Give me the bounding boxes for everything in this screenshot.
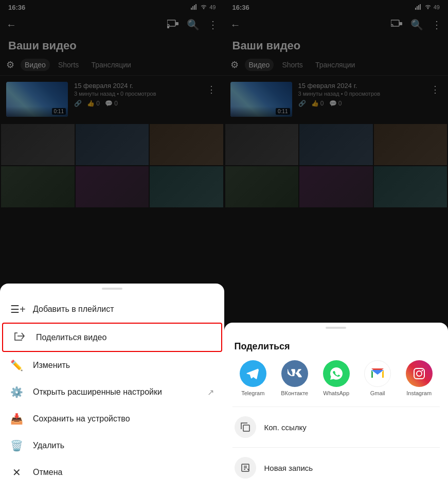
- menu-item-save[interactable]: 📥 Сохранить на устройство: [0, 405, 224, 432]
- svg-point-17: [421, 370, 423, 372]
- settings-icon: ⚙️: [10, 386, 23, 398]
- playlist-icon: ☰+: [10, 303, 23, 315]
- share-divider-2: [232, 447, 440, 448]
- share-sheet-handle: [326, 327, 346, 329]
- share-action-note[interactable]: Новая запись: [224, 450, 449, 486]
- bottom-sheet-left: ☰+ Добавить в плейлист Поделиться видео …: [0, 284, 224, 494]
- delete-icon: 🗑️: [10, 439, 23, 452]
- svg-rect-18: [243, 425, 249, 431]
- whatsapp-icon: [323, 360, 350, 387]
- sheet-handle-left: [102, 288, 122, 290]
- menu-label-share: Поделиться видео: [36, 333, 211, 342]
- share-divider-1: [232, 407, 440, 407]
- gmail-label: Gmail: [370, 390, 385, 396]
- whatsapp-label: WhatsApp: [323, 390, 349, 396]
- share-app-telegram[interactable]: Telegram: [240, 360, 266, 396]
- share-app-gmail[interactable]: Gmail: [364, 360, 391, 396]
- menu-label-edit: Изменить: [33, 361, 214, 370]
- cancel-icon: ✕: [10, 466, 23, 479]
- share-action-copy[interactable]: Коп. ссылку: [224, 409, 449, 445]
- share-icon: [13, 331, 26, 344]
- share-title: Поделиться: [224, 335, 449, 360]
- share-app-vk[interactable]: ВКонтакте: [281, 360, 308, 396]
- telegram-icon: [240, 360, 266, 387]
- share-app-whatsapp[interactable]: WhatsApp: [323, 360, 350, 396]
- share-sheet: Поделиться Telegram ВКонтакте WhatsApp: [224, 323, 449, 494]
- left-panel: 16:36 49 ← 🔍 ⋮ Ваши видео ⚙ Видео Shorts…: [0, 0, 224, 494]
- menu-item-delete[interactable]: 🗑️ Удалить: [0, 432, 224, 459]
- copy-icon: [235, 416, 256, 438]
- vk-icon: [281, 360, 308, 387]
- menu-item-settings[interactable]: ⚙️ Открыть расширенные настройки ↗: [0, 379, 224, 405]
- share-apps-row: Telegram ВКонтакте WhatsApp Gmail: [224, 360, 449, 404]
- svg-point-16: [417, 371, 422, 376]
- edit-icon: ✏️: [10, 359, 23, 372]
- menu-item-playlist[interactable]: ☰+ Добавить в плейлист: [0, 296, 224, 323]
- right-panel: 16:36 49 ← 🔍 ⋮ Ваши видео ⚙ Видео Shorts…: [224, 0, 449, 494]
- menu-label-settings: Открыть расширенные настройки: [33, 387, 197, 397]
- copy-label: Коп. ссылку: [264, 423, 307, 432]
- menu-item-cancel[interactable]: ✕ Отмена: [0, 459, 224, 486]
- telegram-label: Telegram: [241, 390, 264, 396]
- gmail-icon: [364, 360, 391, 387]
- menu-label-playlist: Добавить в плейлист: [33, 305, 214, 314]
- instagram-label: Instagram: [406, 390, 432, 396]
- note-label: Новая запись: [264, 464, 313, 472]
- menu-label-save: Сохранить на устройство: [33, 414, 214, 424]
- download-icon: 📥: [10, 413, 23, 425]
- menu-label-delete: Удалить: [33, 441, 214, 450]
- note-icon: [235, 457, 256, 479]
- share-app-instagram[interactable]: Instagram: [406, 360, 433, 396]
- menu-item-share[interactable]: Поделиться видео: [2, 323, 222, 352]
- menu-item-edit[interactable]: ✏️ Изменить: [0, 352, 224, 379]
- menu-label-cancel: Отмена: [33, 468, 214, 477]
- vk-label: ВКонтакте: [281, 390, 308, 396]
- instagram-icon: [406, 360, 433, 387]
- external-icon: ↗: [207, 387, 214, 397]
